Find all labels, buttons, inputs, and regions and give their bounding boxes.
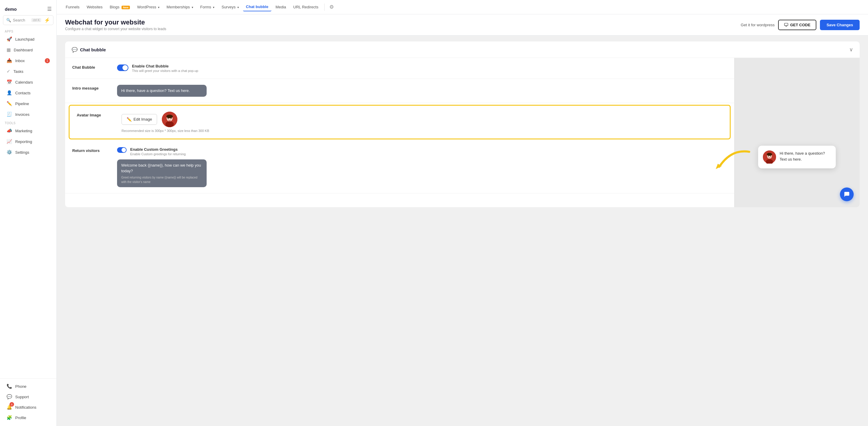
nav-chat-widget[interactable]: Chat bubble [243,3,271,11]
avatar-preview [162,112,177,127]
sidebar-item-tasks[interactable]: ✓ Tasks [2,66,55,76]
support-icon: 💬 [6,394,12,399]
preview-message-card: Hi there, have a question? Text us here. [758,146,836,168]
sidebar-item-label: Settings [15,150,29,155]
sidebar-item-notifications[interactable]: 🔔 6 Notifications [2,402,55,412]
sidebar-item-settings[interactable]: ⚙️ Settings [2,147,55,157]
nav-media[interactable]: Media [273,3,289,11]
intro-message-row: Intro message Hi there, have a question?… [65,79,734,103]
svg-point-3 [165,121,174,127]
section-header[interactable]: 💬 Chat bubble ∨ [65,41,860,58]
contacts-icon: 👤 [6,90,12,96]
page-title: Webchat for your website [65,19,166,26]
launchpad-icon: 🚀 [6,36,12,42]
arrow-annotation [713,146,755,174]
sidebar-item-label: Notifications [15,405,36,409]
sidebar-item-phone[interactable]: 📞 Phone [2,381,55,391]
profile-icon: 🧩 [6,415,12,420]
chat-bubble-label: Chat Bubble [72,64,111,70]
hamburger-icon[interactable]: ☰ [47,6,52,12]
sidebar-item-label: Profile [15,416,26,420]
edit-pencil-icon: ✏️ [127,117,132,122]
avatar-row-inner: ✏️ Edit Image [122,112,722,127]
sidebar-item-label: Reporting [15,139,32,144]
page-header-right: Get it for wordpress GET CODE Save Chang… [741,20,860,30]
page-subtitle: Configure a chat widget to convert your … [65,27,166,31]
notifications-badge: 6 [9,402,14,406]
nav-surveys[interactable]: Surveys ▾ [219,3,242,11]
sidebar-item-pipeline[interactable]: ✏️ Pipeline [2,99,55,109]
get-wordpress-button[interactable]: Get it for wordpress [741,23,775,27]
search-bar[interactable]: 🔍 Search ctrl K ⚡ [3,15,54,25]
svg-point-12 [767,153,772,156]
nav-websites[interactable]: Websites [84,3,105,11]
intro-message-label: Intro message [72,85,111,91]
nav-funnels[interactable]: Funnels [63,3,83,11]
sidebar-item-label: Dashboard [14,48,33,52]
sidebar-item-marketing[interactable]: 📣 Marketing [2,126,55,136]
nav-blogs[interactable]: Blogs New [106,3,133,11]
inbox-badge: 1 [45,58,50,63]
nav-url-redirects[interactable]: URL Redirects [290,3,321,11]
section-collapse-chevron[interactable]: ∨ [849,46,853,53]
sidebar-item-label: Contacts [15,91,30,95]
avatar-image-row: Avatar Image ✏️ Edit Image [69,105,731,139]
intro-message-content: Hi there, have a question? Text us here. [117,85,727,97]
apps-section-label: Apps [0,28,56,34]
sidebar-item-launchpad[interactable]: 🚀 Launchpad [2,34,55,44]
sidebar-item-label: Marketing [15,129,32,133]
dashboard-icon: ▦ [6,47,11,53]
return-visitors-toggle[interactable] [117,147,127,153]
save-changes-button[interactable]: Save Changes [820,20,860,30]
sidebar-item-profile[interactable]: 🧩 Profile [2,413,55,423]
preview-message-card-wrapper: Hi there, have a question? Text us here. [758,146,836,168]
sidebar-item-label: Tasks [13,69,23,74]
return-visitors-toggle-wrapper: Enable Custom Greetings Enable Custom gr… [117,147,727,156]
preview-chat-icon[interactable] [840,188,854,201]
sidebar-item-reporting[interactable]: 📈 Reporting [2,136,55,146]
inbox-icon: 📥 [6,58,12,63]
preview-message-text: Hi there, have a question? Text us here. [780,151,831,162]
content-area: 💬 Chat bubble ∨ Chat Bubble [57,35,868,426]
page-header: Webchat for your website Configure a cha… [57,14,868,35]
nav-memberships[interactable]: Memberships ▾ [164,3,196,11]
svg-point-10 [768,156,769,157]
chat-bubble-toggle-label: Enable Chat Bubble This will greet your … [132,64,198,72]
sidebar-item-invoices[interactable]: 🧾 Invoices [2,109,55,120]
sidebar-item-calendars[interactable]: 📅 Calendars [2,77,55,87]
chat-bubble-icon-svg [843,191,850,198]
chat-bubble-toggle-wrapper: Enable Chat Bubble This will greet your … [117,64,727,72]
nav-forms[interactable]: Forms ▾ [197,3,217,11]
sidebar-item-dashboard[interactable]: ▦ Dashboard [2,45,55,55]
gear-icon[interactable]: ⚙ [329,4,334,10]
sidebar-item-support[interactable]: 💬 Support [2,392,55,402]
chat-bubble-row: Chat Bubble Enable Chat Bubble This will… [65,58,734,79]
sidebar-item-label: Phone [15,384,27,389]
chat-bubble-content: Enable Chat Bubble This will greet your … [117,64,727,72]
sidebar-item-inbox[interactable]: 📥 Inbox 1 [2,56,55,66]
intro-message-bubble[interactable]: Hi there, have a question? Text us here. [117,85,207,97]
return-visitors-toggle-label: Enable Custom Greetings Enable Custom gr… [130,147,186,156]
nav-wordpress[interactable]: WordPress ▾ [134,3,162,11]
wordpress-chevron: ▾ [158,6,159,9]
top-navigation: Funnels Websites Blogs New WordPress ▾ M… [57,0,868,14]
chat-bubble-toggle[interactable] [117,64,128,71]
flash-icon: ⚡ [44,17,50,23]
get-code-button[interactable]: GET CODE [778,20,816,30]
return-message-bubble[interactable]: Welcome back {{name}}, how can we help y… [117,159,207,187]
logo: demo [5,7,17,12]
edit-image-button[interactable]: ✏️ Edit Image [122,114,157,125]
memberships-chevron: ▾ [192,6,193,9]
main-area: Funnels Websites Blogs New WordPress ▾ M… [57,0,868,426]
tools-section-label: Tools [0,120,56,125]
nav-separator [324,4,324,11]
phone-icon: 📞 [6,384,12,389]
sidebar: demo ☰ 🔍 Search ctrl K ⚡ Apps 🚀 Launchpa… [0,0,57,426]
sidebar-item-contacts[interactable]: 👤 Contacts [2,88,55,98]
invoices-icon: 🧾 [6,112,12,117]
section-body: Chat Bubble Enable Chat Bubble This will… [65,58,860,207]
sidebar-item-label: Support [15,395,29,399]
settings-icon: ⚙️ [6,150,12,155]
sidebar-bottom: 📞 Phone 💬 Support 🔔 6 Notifications 🧩 Pr… [0,378,56,423]
avatar-image-content: ✏️ Edit Image [122,112,722,133]
